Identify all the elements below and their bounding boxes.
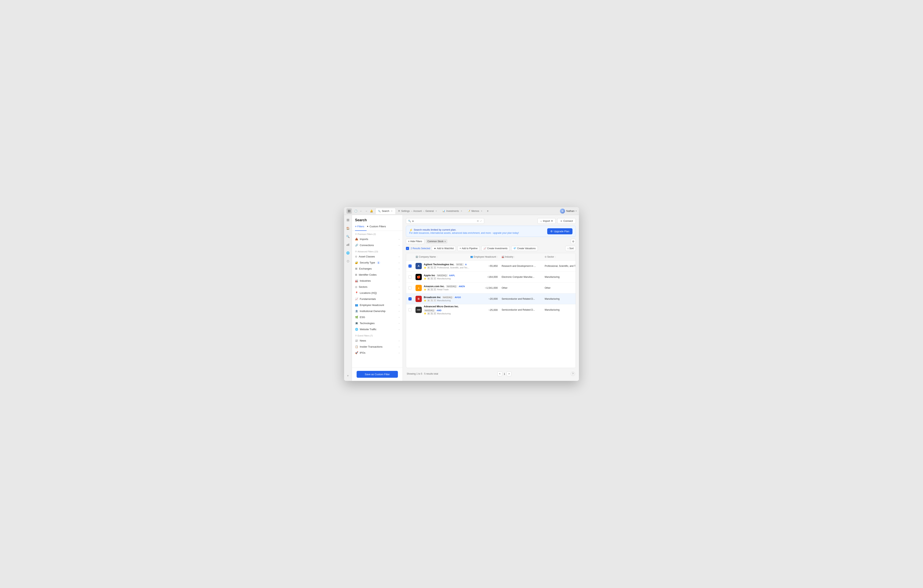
user-menu[interactable]: N Nathan ▾ — [560, 208, 576, 214]
sidebar-chart-icon[interactable] — [345, 242, 351, 247]
company-category-5: Manufacturing — [437, 313, 451, 315]
filter-item-ipos[interactable]: 🚀 IPOs › — [352, 350, 402, 356]
row-4-checkbox[interactable]: ✓ — [409, 297, 412, 300]
clock-btn[interactable]: 🕐 — [353, 209, 358, 213]
sidebar-search-icon[interactable]: 🔍 — [345, 234, 351, 239]
search-tab-close[interactable]: ✕ — [391, 210, 393, 213]
investments-tab-close[interactable]: ✕ — [460, 210, 463, 213]
filter-item-fundamentals[interactable]: 📈 Fundamentals › — [352, 296, 402, 302]
import-btn[interactable]: ↓ Import ▾ — [537, 218, 555, 224]
filter-item-technologies[interactable]: 💻 Technologies › — [352, 320, 402, 326]
sort-icon: ↕ — [567, 247, 568, 250]
sort-btn[interactable]: ↕ Sort — [565, 246, 576, 251]
chip-close-icon[interactable]: ✕ — [444, 241, 446, 242]
search-tab-icon: 🔍 — [378, 210, 381, 213]
sector-3: Other — [545, 287, 576, 289]
sidebar-home-icon[interactable]: 🏠 — [345, 226, 351, 231]
sector-th-icon: ◎ — [545, 256, 547, 258]
tab-search[interactable]: 🔍 Search ✕ — [375, 208, 396, 214]
tab-settings[interactable]: ⚙ Settings → Account → General ✕ — [396, 208, 440, 214]
filter-item-connections[interactable]: 🔗 Connections › — [352, 242, 402, 248]
headcount-4: ~20,000 — [470, 297, 502, 300]
tab-memos[interactable]: 📝 Memos ✕ — [465, 208, 485, 214]
create-valuations-btn[interactable]: 💎 Create Valuations — [511, 246, 538, 251]
sector-5: Manufacturing — [545, 308, 576, 311]
filter-scroll: ⊙ Premium Filters (2) 📥 Imports › 🔗 Conn… — [352, 231, 402, 368]
filter-chips-row: ≡ Hide Filters Common Stock ✕ ⚙ — [406, 239, 576, 244]
settings-tab-close[interactable]: ✕ — [435, 210, 438, 213]
sidebar-grid-icon[interactable] — [345, 217, 351, 223]
identifier-chevron: › — [399, 274, 399, 276]
search-confirm-icon[interactable]: ✓ — [480, 219, 482, 223]
identifier-label: Identifier Codes — [359, 273, 376, 276]
filter-item-esg[interactable]: 🌿 ESG › — [352, 314, 402, 320]
technologies-label: Technologies — [360, 322, 374, 325]
filter-item-security-type[interactable]: 🔐 Security Type 1 › — [352, 260, 402, 265]
user-chevron-icon: ▾ — [576, 210, 576, 212]
import-icon: ↓ — [540, 219, 542, 223]
filter-panel-title: Search — [352, 215, 402, 224]
add-pipeline-btn[interactable]: + Add to Pipeline — [457, 246, 480, 251]
company-sub-icon-2: ⭐ — [424, 277, 427, 280]
add-tab-btn[interactable]: + — [485, 209, 490, 213]
event-filters-label: ⊙ Event Filters (7) — [352, 332, 402, 337]
bell-btn[interactable]: 🔔 — [369, 209, 374, 213]
row-2-checkbox[interactable] — [409, 275, 412, 278]
filter-item-locations[interactable]: 📍 Locations (HQ) › — [352, 290, 402, 296]
connect-btn[interactable]: ↗ Connect — [557, 218, 576, 224]
exchange-4: NASDAQ: — [442, 296, 454, 299]
asset-classes-chevron: › — [399, 256, 399, 258]
filter-item-asset-classes[interactable]: ⊙ Asset Classes › — [352, 254, 402, 260]
svg-rect-3 — [349, 211, 350, 212]
filter-item-sectors[interactable]: ◎ Sectors › — [352, 284, 402, 290]
add-watchlist-btn[interactable]: ★ Add to Watchlist — [432, 246, 456, 251]
sort-sector-icon: ↕ — [555, 256, 556, 258]
filter-item-employee-headcount[interactable]: 👥 Employee Headcount › — [352, 302, 402, 308]
th-company-name: 🏢 Company Name ↕ — [416, 256, 470, 258]
nav-forward-btn[interactable]: → — [364, 209, 368, 213]
employee-headcount-label: Employee Headcount — [360, 304, 384, 306]
sidebar-globe-icon[interactable]: 🌐 — [345, 250, 351, 256]
esg-icon: 🌿 — [355, 316, 358, 319]
industries-icon: 🏭 — [355, 279, 358, 282]
filter-item-identifier-codes[interactable]: ⊞ Identifier Codes › — [352, 272, 402, 278]
filter-item-exchanges[interactable]: 🏛 Exchanges › — [352, 265, 402, 272]
tab-filters[interactable]: ≡ Filters — [355, 224, 366, 229]
sidebar-add-icon[interactable]: + — [345, 373, 351, 378]
next-page-btn[interactable]: > — [507, 372, 511, 376]
sidebar-hex-icon[interactable]: ⬡ — [345, 259, 351, 264]
row-5-checkbox[interactable] — [409, 308, 412, 311]
nav-back-btn[interactable]: ← — [359, 209, 363, 213]
search-bar-row: 🔍 ⚙ ✓ ↓ Import ▾ ↗ Connect — [406, 218, 576, 224]
filter-item-industries[interactable]: 🏭 Industries › — [352, 278, 402, 284]
filter-item-website-traffic[interactable]: 🌐 Website Traffic › — [352, 326, 402, 332]
ipos-label: IPOs — [360, 351, 365, 354]
ipos-chevron: › — [399, 352, 399, 354]
tab-investments[interactable]: 📊 Investments ✕ — [440, 208, 465, 214]
filter-item-imports[interactable]: 📥 Imports › — [352, 236, 402, 242]
row-1-checkbox[interactable]: ✓ — [409, 264, 412, 268]
help-icon[interactable]: ? — [571, 372, 575, 376]
filter-item-news[interactable]: 📰 News › — [352, 337, 402, 344]
employee-headcount-chevron: › — [399, 304, 399, 306]
pagination-row: Showing 1 to 5 · 5 results total < 1 > ? — [406, 370, 576, 378]
upgrade-plan-btn[interactable]: ⚙ Upgrade Plan — [547, 228, 573, 234]
select-all-checkbox[interactable]: ✓ — [406, 247, 409, 250]
app-icon — [347, 208, 352, 214]
search-input[interactable] — [412, 219, 476, 223]
tab-custom-filters[interactable]: ✦ Custom Filters — [366, 224, 388, 229]
table-row: 🍎 Apple Inc NASDAQ: AAPL ⭐ in — [406, 272, 576, 282]
filter-panel: Search ≡ Filters ✦ Custom Filters ⊙ Prem… — [352, 215, 403, 381]
search-settings-icon[interactable]: ⚙ — [477, 219, 479, 223]
create-investments-btn[interactable]: 📈 Create Investments — [481, 246, 510, 251]
hide-filters-btn[interactable]: ≡ Hide Filters — [406, 239, 424, 244]
table-settings-icon[interactable]: ⚙ — [571, 239, 576, 244]
filter-item-institutional-ownership[interactable]: 🏦 Institutional Ownership › — [352, 308, 402, 314]
user-name: Nathan — [566, 210, 575, 213]
memos-tab-close[interactable]: ✕ — [480, 210, 483, 213]
company-sub-icon-5: ⭐ — [424, 312, 427, 315]
row-3-checkbox[interactable] — [409, 287, 412, 290]
save-custom-filter-btn[interactable]: Save as Custom Filter — [356, 371, 398, 378]
filter-item-insider-transactions[interactable]: 📋 Insider Transactions › — [352, 344, 402, 350]
prev-page-btn[interactable]: < — [498, 372, 502, 376]
